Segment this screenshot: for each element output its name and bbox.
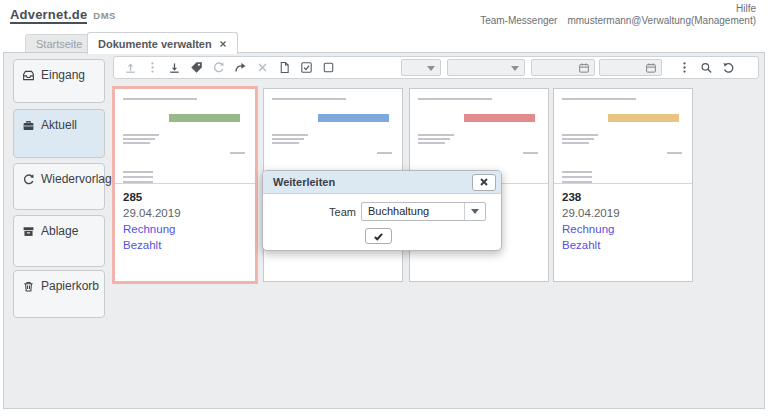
main-panel: Eingang Aktuell Wiedervorlage Ablage Pap…	[3, 52, 765, 409]
filter-more-icon[interactable]	[678, 61, 691, 74]
chevron-down-icon	[427, 66, 435, 71]
filter-select-large[interactable]	[447, 59, 525, 76]
redo-icon	[22, 173, 35, 186]
forward-dialog: Weiterleiten Team Buchhaltung	[262, 170, 502, 251]
document-type-link[interactable]: Rechnung	[562, 221, 684, 237]
tab-startseite[interactable]: Startseite	[25, 34, 93, 53]
tag-icon[interactable]	[190, 61, 203, 74]
inbox-icon	[22, 69, 35, 82]
sidebar-item-aktuell[interactable]: Aktuell	[13, 109, 105, 158]
team-select[interactable]: Buchhaltung	[361, 202, 486, 221]
close-button[interactable]	[472, 174, 496, 191]
tab-bar: Startseite Dokumente verwalten	[0, 30, 768, 53]
document-id: 285	[123, 189, 247, 205]
forward-icon[interactable]	[234, 61, 247, 74]
sidebar-item-wiedervorlage[interactable]: Wiedervorlage	[13, 163, 105, 210]
team-label: Team	[263, 206, 361, 218]
sidebar-item-ablage[interactable]: Ablage	[13, 215, 105, 267]
product-label: DMS	[93, 10, 116, 21]
calendar-icon[interactable]	[578, 62, 590, 74]
trash-icon	[22, 280, 35, 293]
document-color-bar	[464, 114, 535, 122]
app-logo: Advernet.de DMS	[10, 7, 116, 24]
dialog-title: Weiterleiten	[273, 176, 472, 188]
app-header: Advernet.de DMS Hilfe Team-Messenger mmu…	[0, 0, 768, 30]
document-id: 238	[562, 189, 684, 205]
logo-text: Advernet.de	[10, 7, 87, 24]
document-date: 29.04.2019	[562, 205, 684, 221]
document-status-link[interactable]: Bezahlt	[562, 237, 684, 253]
filter-select-small[interactable]	[401, 59, 441, 76]
document-preview	[115, 89, 255, 184]
reset-icon[interactable]	[722, 61, 735, 74]
deselect-all-icon[interactable]	[322, 61, 335, 74]
document-color-bar	[608, 114, 679, 122]
document-color-bar	[318, 114, 389, 122]
document-status-link[interactable]: Bezahlt	[123, 237, 247, 253]
document-card[interactable]: 285 29.04.2019 Rechnung Bezahlt	[112, 86, 258, 284]
user-info: mmustermann@Verwaltung(Management)	[567, 15, 756, 27]
sidebar-item-papierkorb[interactable]: Papierkorb	[13, 270, 105, 318]
tab-close-icon[interactable]	[219, 40, 227, 48]
more-options-icon[interactable]	[146, 61, 159, 74]
document-color-bar	[169, 114, 240, 122]
team-select-value: Buchhaltung	[368, 205, 429, 217]
team-messenger-link[interactable]: Team-Messenger	[480, 15, 557, 27]
select-all-icon[interactable]	[300, 61, 313, 74]
refresh-icon[interactable]	[212, 61, 225, 74]
document-date: 29.04.2019	[123, 205, 247, 221]
tab-dokumente-verwalten[interactable]: Dokumente verwalten	[87, 32, 238, 54]
help-link[interactable]: Hilfe	[480, 3, 756, 15]
date-from-input[interactable]	[531, 59, 595, 76]
document-type-link[interactable]: Rechnung	[123, 221, 247, 237]
toolbar	[113, 56, 759, 79]
sidebar-item-eingang[interactable]: Eingang	[13, 59, 105, 103]
search-icon[interactable]	[700, 61, 713, 74]
confirm-button[interactable]	[365, 228, 392, 244]
archive-icon	[22, 225, 35, 238]
chevron-down-icon	[511, 66, 519, 71]
chevron-down-icon[interactable]	[464, 203, 485, 220]
document-preview	[554, 89, 692, 184]
calendar-icon[interactable]	[645, 62, 657, 74]
date-to-input[interactable]	[599, 59, 662, 76]
briefcase-icon	[22, 119, 35, 132]
upload-icon[interactable]	[124, 61, 137, 74]
delete-icon[interactable]	[256, 61, 269, 74]
new-document-icon[interactable]	[278, 61, 291, 74]
dialog-header: Weiterleiten	[263, 171, 501, 194]
download-icon[interactable]	[168, 61, 181, 74]
document-card[interactable]: 238 29.04.2019 Rechnung Bezahlt	[553, 88, 693, 282]
